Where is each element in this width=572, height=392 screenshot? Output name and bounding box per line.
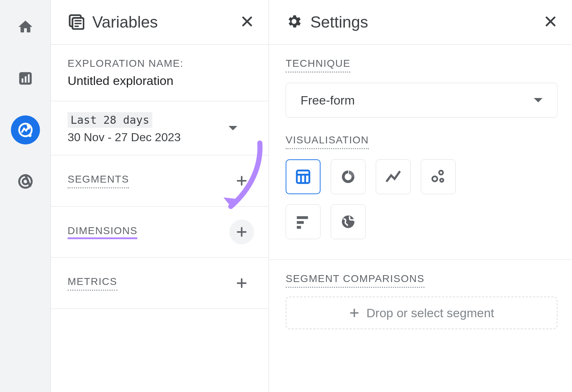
variables-panel: Variables EXPLORATION NAME: Untitled exp…	[51, 0, 269, 392]
technique-section: TECHNIQUE Free-form VISUALISATION	[269, 45, 572, 260]
svg-point-17	[439, 171, 443, 175]
technique-select[interactable]: Free-form	[286, 83, 557, 118]
nav-advertising[interactable]	[11, 167, 40, 196]
date-range-text: 30 Nov - 27 Dec 2023	[68, 131, 181, 144]
chevron-down-icon	[229, 126, 237, 130]
technique-value: Free-form	[301, 93, 355, 107]
svg-rect-13	[297, 171, 310, 183]
viz-scatter-chart[interactable]	[421, 159, 456, 194]
svg-rect-2	[25, 76, 27, 82]
date-preset-badge: Last 28 days	[68, 112, 152, 128]
svg-rect-20	[297, 216, 308, 219]
metrics-label[interactable]: METRICS	[68, 276, 117, 291]
close-settings-button[interactable]	[544, 15, 557, 30]
nav-home[interactable]	[11, 12, 40, 41]
settings-header: Settings	[269, 0, 572, 45]
metrics-section: METRICS	[51, 258, 269, 309]
svg-point-18	[432, 176, 438, 181]
settings-panel: Settings TECHNIQUE Free-form VISUALISATI…	[269, 0, 572, 392]
svg-point-5	[28, 134, 31, 137]
nav-reports[interactable]	[11, 64, 40, 93]
close-variables-button[interactable]	[240, 15, 254, 30]
exploration-name-label: EXPLORATION NAME:	[68, 58, 184, 69]
plus-icon	[349, 307, 360, 318]
svg-rect-22	[297, 226, 301, 229]
viz-line-chart[interactable]	[376, 159, 411, 194]
visualisation-label[interactable]: VISUALISATION	[286, 134, 369, 149]
segments-section: SEGMENTS	[51, 155, 269, 207]
add-dimension-button[interactable]	[229, 220, 254, 244]
svg-rect-3	[28, 74, 29, 83]
add-segment-button[interactable]	[229, 168, 254, 193]
dimensions-label[interactable]: DIMENSIONS	[68, 225, 137, 239]
dimensions-section: DIMENSIONS	[51, 207, 269, 258]
variables-icon	[68, 13, 84, 31]
segment-comparisons-label[interactable]: SEGMENT COMPARISONS	[286, 273, 424, 288]
gear-icon	[286, 13, 302, 31]
viz-donut-chart[interactable]	[331, 159, 366, 194]
exploration-name-input[interactable]: Untitled exploration	[68, 74, 254, 88]
segment-drop-zone[interactable]: Drop or select segment	[286, 297, 557, 329]
viz-table[interactable]	[286, 159, 321, 194]
add-metric-button[interactable]	[229, 271, 254, 295]
viz-bar-chart[interactable]	[286, 204, 321, 239]
date-range-picker[interactable]: Last 28 days 30 Nov - 27 Dec 2023	[51, 101, 269, 155]
viz-geo-map[interactable]	[331, 204, 366, 239]
technique-label[interactable]: TECHNIQUE	[286, 58, 350, 73]
svg-point-19	[440, 179, 443, 182]
segments-label[interactable]: SEGMENTS	[68, 173, 129, 188]
svg-point-23	[342, 216, 355, 228]
segment-comparisons-section: SEGMENT COMPARISONS Drop or select segme…	[269, 260, 572, 342]
variables-header: Variables	[51, 0, 269, 45]
svg-rect-21	[297, 221, 304, 224]
settings-title: Settings	[310, 13, 536, 31]
nav-explore[interactable]	[11, 115, 40, 144]
svg-rect-1	[21, 78, 23, 83]
variables-title: Variables	[92, 13, 232, 31]
segment-drop-text: Drop or select segment	[366, 306, 494, 320]
visualisation-grid	[286, 159, 557, 239]
exploration-name-section: EXPLORATION NAME: Untitled exploration	[51, 45, 269, 101]
nav-rail	[0, 0, 51, 392]
chevron-down-icon	[534, 98, 543, 102]
